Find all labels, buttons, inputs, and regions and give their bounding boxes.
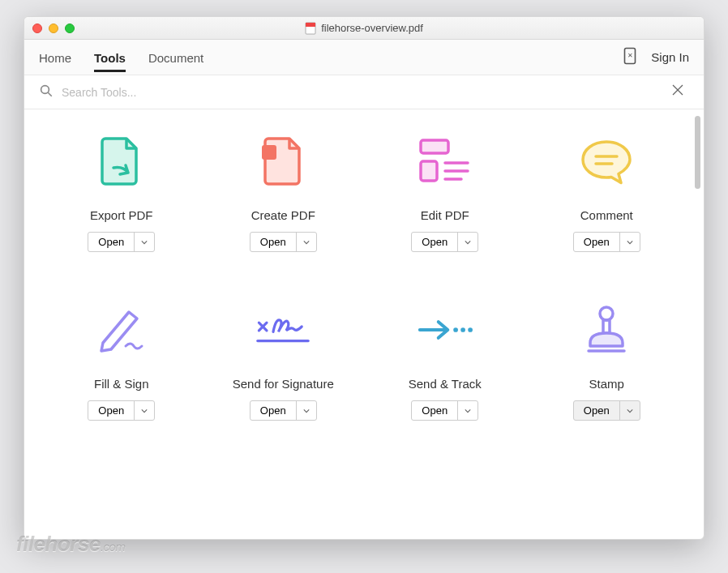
- open-button-label: Open: [251, 233, 297, 251]
- open-button[interactable]: Open: [411, 232, 478, 252]
- open-button-label: Open: [574, 233, 620, 251]
- chevron-down-icon: [620, 401, 640, 420]
- tool-label: Send for Signature: [233, 377, 334, 391]
- svg-point-23: [600, 307, 613, 320]
- tool-label: Edit PDF: [421, 208, 469, 222]
- stamp-icon: [577, 301, 636, 359]
- sign-in-button[interactable]: Sign In: [651, 50, 689, 64]
- svg-point-22: [468, 327, 473, 332]
- tool-export-pdf[interactable]: Export PDF Open: [49, 132, 195, 252]
- tab-tools[interactable]: Tools: [94, 43, 126, 72]
- minimize-window-button[interactable]: [49, 24, 58, 33]
- svg-rect-0: [306, 23, 315, 34]
- svg-point-4: [41, 85, 49, 93]
- mobile-icon[interactable]: ✕: [623, 47, 636, 68]
- open-button-label: Open: [574, 401, 620, 420]
- svg-point-20: [453, 327, 458, 332]
- tool-label: Create PDF: [251, 208, 315, 222]
- svg-rect-1: [306, 23, 315, 27]
- tool-grid: Export PDF Open Create PDF Open: [49, 132, 679, 421]
- tool-edit-pdf[interactable]: Edit PDF Open: [372, 132, 518, 252]
- window-controls: [32, 24, 75, 33]
- tool-send-track[interactable]: Send & Track Open: [372, 301, 518, 421]
- send-track-icon: [416, 301, 474, 359]
- export-pdf-icon: [92, 132, 151, 190]
- open-button[interactable]: Open: [573, 400, 640, 421]
- close-window-button[interactable]: [32, 24, 42, 33]
- svg-line-5: [48, 92, 52, 96]
- open-button[interactable]: Open: [88, 400, 155, 421]
- tool-label: Export PDF: [90, 208, 153, 222]
- svg-rect-24: [603, 320, 610, 333]
- tool-create-pdf[interactable]: Create PDF Open: [211, 132, 357, 252]
- tool-stamp[interactable]: Stamp Open: [534, 301, 680, 421]
- open-button[interactable]: Open: [573, 232, 640, 252]
- titlebar: filehorse-overview.pdf: [24, 17, 704, 40]
- open-button-label: Open: [88, 233, 135, 251]
- watermark-ext: .com: [101, 540, 126, 554]
- send-signature-icon: [254, 301, 312, 359]
- tool-fill-sign[interactable]: Fill & Sign Open: [49, 301, 195, 421]
- comment-icon: [577, 132, 636, 190]
- toolbar: Home Tools Document ✕ Sign In: [24, 40, 704, 75]
- open-button-label: Open: [412, 233, 458, 251]
- search-input[interactable]: [54, 86, 666, 99]
- open-button[interactable]: Open: [250, 232, 317, 252]
- open-button[interactable]: Open: [250, 400, 317, 421]
- svg-text:✕: ✕: [627, 52, 633, 59]
- chevron-down-icon: [458, 401, 477, 420]
- edit-pdf-icon: [416, 132, 474, 190]
- close-icon[interactable]: [666, 80, 689, 104]
- window-title-text: filehorse-overview.pdf: [321, 22, 423, 34]
- open-button[interactable]: Open: [411, 400, 478, 421]
- chevron-down-icon: [135, 233, 154, 251]
- fill-sign-icon: [92, 301, 151, 359]
- tool-label: Fill & Sign: [94, 377, 149, 391]
- create-pdf-icon: [254, 132, 312, 190]
- chevron-down-icon: [135, 401, 154, 420]
- svg-rect-9: [421, 140, 448, 153]
- search-bar: [24, 75, 704, 109]
- tab-document[interactable]: Document: [148, 43, 203, 72]
- scrollbar[interactable]: [695, 116, 700, 189]
- svg-rect-8: [262, 145, 276, 160]
- tool-label: Send & Track: [409, 377, 482, 391]
- svg-point-21: [460, 327, 465, 332]
- app-window: filehorse-overview.pdf Home Tools Docume…: [24, 16, 704, 540]
- chevron-down-icon: [620, 233, 640, 251]
- svg-rect-10: [421, 161, 437, 181]
- open-button[interactable]: Open: [88, 232, 155, 252]
- chevron-down-icon: [297, 401, 316, 420]
- open-button-label: Open: [251, 401, 297, 420]
- tab-home[interactable]: Home: [39, 43, 71, 72]
- tools-panel: Export PDF Open Create PDF Open: [24, 109, 704, 539]
- tool-comment[interactable]: Comment Open: [534, 132, 680, 252]
- open-button-label: Open: [88, 401, 135, 420]
- tool-label: Comment: [580, 208, 633, 222]
- open-button-label: Open: [412, 401, 458, 420]
- tool-send-signature[interactable]: Send for Signature Open: [211, 301, 357, 421]
- pdf-file-icon: [305, 22, 316, 35]
- window-title: filehorse-overview.pdf: [24, 22, 704, 35]
- chevron-down-icon: [297, 233, 316, 251]
- zoom-window-button[interactable]: [65, 24, 75, 33]
- search-icon: [39, 83, 54, 101]
- tool-label: Stamp: [589, 377, 624, 391]
- chevron-down-icon: [458, 233, 477, 251]
